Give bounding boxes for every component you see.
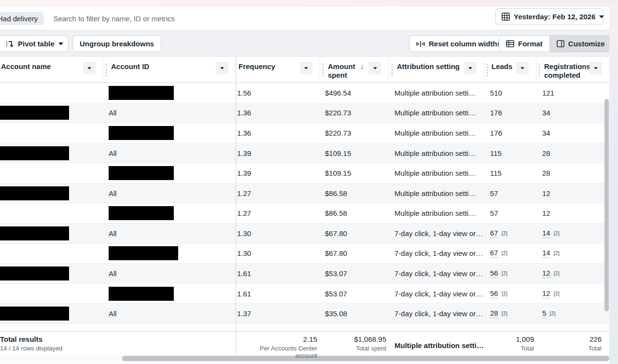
account-id-cell: All [103,264,236,283]
attribution-setting-value: Multiple attribution setti… [394,189,476,197]
attribution-setting-value: Multiple attribution setti… [394,149,476,157]
ungroup-breakdowns-button[interactable]: Ungroup breakdowns [72,35,161,52]
date-range-button[interactable]: Yesterday: Feb 12, 2026 [495,8,604,25]
table-row[interactable]: All1.36$220.73Multiple attribution setti… [0,103,609,124]
registrations-value: 12 [542,189,550,197]
customize-button[interactable]: Customize [549,36,612,52]
account-name-cell [0,304,103,323]
leads-value: 115 [490,149,502,157]
filter-bar: Had delivery Yesterday: Feb 12, 2026 [0,7,609,30]
registrations-completed-cell: 14[2] [536,224,609,243]
search-input[interactable] [53,14,323,23]
leads-value: 176 [490,129,502,137]
drag-handle-icon[interactable] [392,64,393,76]
leads-cell: 176 [484,123,536,143]
amount-spent-cell: $220.73 [320,123,389,143]
attribution-setting-value: Multiple attribution setti… [394,109,476,117]
account-id-value: All [109,229,117,238]
table-row[interactable]: All1.61$53.077-day click, 1-day view or…… [0,264,609,284]
account-name-cell [0,224,103,243]
table-format-icon [506,40,514,47]
account-id-cell: All [103,103,236,123]
registrations-footnote-marker: [2] [554,251,560,256]
leads-footnote-marker: [2] [502,271,508,276]
column-header-account-id[interactable]: Account ID [103,56,236,83]
table-footer-totals: Total results 14 / 14 rows displayed 2.1… [0,331,609,355]
redacted-account-name [0,146,69,160]
frequency-value: 1.37 [237,309,251,318]
collapse-width-icon [416,41,425,47]
registrations-completed-cell: 14[2] [536,244,609,264]
format-button[interactable]: Format [499,36,549,52]
registrations-value: 121 [542,89,554,97]
account-name-cell [0,83,103,103]
table-row[interactable]: 1.30$67.807-day click, 1-day view or…67[… [0,244,609,264]
account-id-cell [103,83,236,103]
registrations-value: 12 [542,209,550,217]
redacted-account-id [109,86,174,100]
pivot-table-button[interactable]: Pivot table [0,35,69,52]
table-row[interactable]: 1.56$496.54Multiple attribution setti…51… [0,83,609,103]
attribution-setting-cell: 7-day click, 1-day view or… [389,284,484,304]
column-header-frequency[interactable]: Frequency [236,56,320,83]
amount-spent-value: $67.80 [325,229,347,238]
table-row[interactable]: 1.27$86.58Multiple attribution setti…571… [0,203,609,224]
table-row[interactable]: 1.39$109.15Multiple attribution setti…11… [0,163,609,183]
leads-total-cell: 1,009 Total [484,332,536,359]
amount-spent-value: $109.15 [325,169,351,177]
had-delivery-filter-chip[interactable]: Had delivery [0,12,44,25]
leads-total-caption: Total [484,345,534,352]
registrations-total-caption: Total [536,345,602,352]
table-row[interactable]: All1.27$86.58Multiple attribution setti…… [0,183,609,204]
leads-value: 67 [490,229,498,238]
registrations-completed-cell: 5[2] [536,304,609,323]
registrations-completed-cell: 12[2] [536,264,609,283]
table-row[interactable]: All1.30$67.807-day click, 1-day view or…… [0,224,609,244]
table-row[interactable]: All1.39$109.15Multiple attribution setti… [0,143,609,164]
frequency-cell: 1.27 [236,183,320,203]
leads-footnote-marker: [2] [502,231,508,236]
amount-spent-cell: $496.54 [320,83,389,103]
registrations-footnote-marker: [2] [554,231,560,236]
attribution-setting-cell: Multiple attribution setti… [389,163,484,183]
column-menu-button[interactable] [300,62,312,74]
leads-cell: 28[2] [484,304,536,323]
amount-spent-cell: $86.58 [320,183,389,203]
registrations-completed-cell: 34 [536,103,609,123]
drag-handle-icon[interactable] [323,64,323,76]
frequency-cell: 1.56 [236,83,320,103]
table-row[interactable]: All1.37$35.087-day click, 1-day view or…… [0,304,609,324]
drag-handle-icon[interactable] [539,64,540,76]
frequency-cell: 1.30 [236,244,320,264]
column-header-registrations-completed[interactable]: Registrations completed [536,56,609,83]
pivot-table-label: Pivot table [18,40,55,48]
column-menu-button[interactable] [516,62,529,74]
amount-total-cell: $1,068.95 Total spent [320,332,389,359]
vertical-scrollbar-thumb[interactable] [604,99,609,311]
table-row[interactable]: 1.61$53.077-day click, 1-day view or…56[… [0,284,609,304]
column-header-attribution-setting[interactable]: Attribution setting [389,56,484,83]
column-menu-button[interactable] [216,62,228,74]
attribution-setting-cell: Multiple attribution setti… [389,183,484,203]
drag-handle-icon[interactable] [487,64,488,76]
column-menu-button[interactable] [590,62,602,74]
column-menu-button[interactable] [464,62,477,74]
column-menu-button[interactable] [369,62,381,74]
column-menu-button[interactable] [83,62,96,74]
account-name-cell [0,143,103,163]
chevron-down-icon [304,67,308,70]
drag-handle-icon[interactable] [106,64,107,76]
amount-spent-value: $86.58 [325,189,347,197]
leads-cell: 115 [484,163,536,183]
column-header-account-name[interactable]: Account name [0,56,103,83]
chevron-down-icon [594,67,598,70]
redacted-account-name [0,266,69,280]
chevron-down-icon [599,15,604,18]
column-header-leads[interactable]: Leads [484,56,536,83]
ads-reporting-screen: Had delivery Yesterday: Feb 12, 2026 Piv… [0,0,618,364]
table-row[interactable]: 1.36$220.73Multiple attribution setti…17… [0,123,609,143]
account-name-cell [0,284,103,304]
column-header-amount-spent[interactable]: Amount↓ spent [320,56,389,83]
reset-column-widths-button[interactable]: Reset column widths [409,35,508,52]
attribution-setting-value: 7-day click, 1-day view or… [394,290,483,298]
